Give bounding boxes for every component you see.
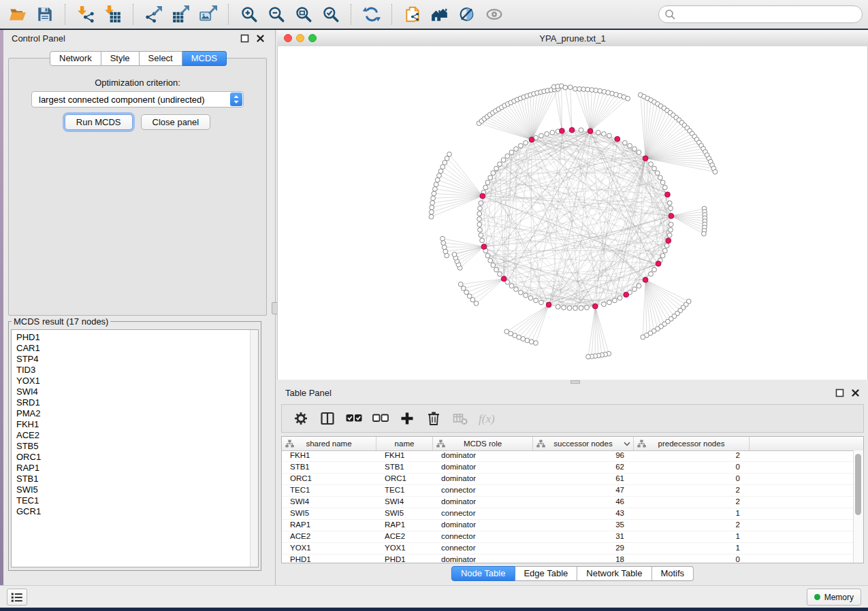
close-table-panel-button[interactable] [851, 389, 860, 397]
task-history-button[interactable] [7, 589, 27, 606]
table-row[interactable]: SWI5SWI5connector431 [282, 508, 854, 520]
mcds-result-item[interactable]: SWI5 [16, 484, 258, 495]
tab-motifs[interactable]: Motifs [652, 566, 694, 581]
column-header-shared-name[interactable]: shared name [282, 437, 376, 450]
zoom-fit-button[interactable] [290, 2, 317, 27]
mcds-result-item[interactable]: YOX1 [16, 376, 258, 386]
refresh-layout-button[interactable] [358, 2, 385, 27]
column-header-predecessor-nodes[interactable]: predecessor nodes [634, 437, 750, 450]
mcds-hub-node[interactable] [643, 156, 648, 161]
mcds-result-item[interactable]: GCR1 [16, 506, 258, 517]
mcds-result-item[interactable]: TID3 [16, 365, 258, 376]
table-row[interactable]: STB1STB1dominator620 [282, 462, 854, 474]
open-session-button[interactable] [4, 2, 31, 27]
mcds-hub-node[interactable] [529, 137, 534, 142]
column-header-mcds-role[interactable]: MCDS role [433, 437, 533, 450]
table-scrollbar-thumb[interactable] [855, 454, 861, 515]
network-nodes[interactable] [429, 84, 718, 359]
save-session-button[interactable] [31, 2, 59, 27]
mcds-hub-node[interactable] [481, 244, 487, 250]
mcds-result-item[interactable]: SRD1 [16, 397, 258, 408]
mcds-hub-node[interactable] [501, 276, 507, 282]
mcds-result-item[interactable]: ACE2 [16, 430, 258, 441]
table-row[interactable]: ACE2ACE2connector311 [282, 531, 854, 543]
tab-select[interactable]: Select [140, 51, 182, 66]
nested-networks-button[interactable] [426, 2, 453, 27]
table-row[interactable]: TEC1TEC1connector472 [282, 485, 854, 497]
mcds-result-item[interactable]: FKH1 [16, 419, 258, 430]
table-row[interactable]: FKH1FKH1dominator962 [282, 450, 854, 462]
close-panel-button[interactable]: Close panel [141, 114, 211, 130]
deselect-all-rows-button[interactable] [370, 407, 391, 430]
table-scrollbar[interactable] [853, 450, 863, 563]
tab-network[interactable]: Network [50, 51, 101, 66]
table-row[interactable]: RAP1RAP1dominator352 [282, 520, 854, 531]
mcds-hub-node[interactable] [656, 261, 661, 267]
table-row[interactable]: SWI4SWI4dominator462 [282, 497, 854, 508]
sort-desc-icon[interactable] [624, 442, 630, 446]
import-table-button[interactable] [99, 2, 127, 27]
search-input[interactable] [679, 7, 859, 23]
table-row[interactable]: PHD1PHD1dominator180 [282, 555, 854, 563]
mcds-hub-node[interactable] [569, 127, 575, 133]
delete-column-button[interactable] [423, 407, 445, 430]
mcds-result-item[interactable]: STP4 [16, 354, 258, 365]
tab-network-table[interactable]: Network Table [577, 566, 652, 581]
export-table-button[interactable] [167, 2, 195, 27]
double-house-icon [431, 5, 449, 23]
table-settings-button[interactable] [290, 407, 312, 430]
mcds-result-item[interactable]: CAR1 [16, 343, 258, 354]
memory-button-label: Memory [824, 593, 854, 602]
mcds-hub-node[interactable] [624, 292, 629, 297]
mcds-result-item[interactable]: STB1 [16, 474, 258, 484]
graphics-details-button[interactable] [453, 2, 481, 27]
tab-edge-table[interactable]: Edge Table [515, 566, 577, 581]
column-visibility-button[interactable] [317, 407, 338, 430]
table-row[interactable]: ORC1ORC1dominator610 [282, 474, 854, 485]
memory-button[interactable]: Memory [807, 589, 861, 606]
mcds-result-item[interactable]: STB5 [16, 441, 258, 452]
import-network-button[interactable] [72, 2, 99, 27]
mcds-hub-node[interactable] [669, 214, 674, 219]
mcds-hub-node[interactable] [546, 302, 551, 308]
mcds-hub-node[interactable] [615, 136, 620, 142]
export-network-button[interactable] [140, 2, 167, 27]
add-column-button[interactable] [396, 407, 418, 430]
horizontal-splitter-handle[interactable] [570, 380, 580, 384]
float-table-panel-button[interactable] [835, 389, 844, 397]
show-hide-button[interactable] [481, 2, 508, 27]
run-mcds-button[interactable]: Run MCDS [65, 114, 133, 130]
mcds-hub-node[interactable] [588, 129, 593, 134]
mcds-result-list[interactable]: PHD1CAR1STP4TID3YOX1SWI4SRD1PMA2FKH1ACE2… [11, 329, 259, 567]
tab-style[interactable]: Style [101, 51, 140, 66]
tab-node-table[interactable]: Node Table [451, 566, 515, 581]
mcds-result-item[interactable]: SWI4 [16, 386, 258, 397]
mcds-hub-node[interactable] [592, 303, 598, 309]
mcds-hub-node[interactable] [643, 277, 648, 282]
column-header-label: predecessor nodes [658, 440, 725, 448]
column-header-successor-nodes[interactable]: successor nodes [533, 437, 634, 450]
column-header-name[interactable]: name [376, 437, 433, 450]
optimization-criterion-select[interactable]: largest connected component (undirected) [31, 91, 244, 108]
mcds-hub-node[interactable] [666, 238, 671, 244]
zoom-selected-button[interactable] [317, 2, 344, 27]
mcds-result-scrollbar[interactable] [250, 330, 258, 567]
mcds-result-item[interactable]: RAP1 [16, 463, 258, 474]
mcds-hub-node[interactable] [560, 128, 565, 133]
table-row[interactable]: YOX1YOX1connector291 [282, 543, 854, 555]
mcds-result-item[interactable]: PHD1 [16, 332, 258, 343]
tab-mcds[interactable]: MCDS [182, 51, 227, 66]
export-image-button[interactable] [195, 2, 222, 27]
mcds-result-item[interactable]: TEC1 [16, 495, 258, 506]
network-canvas[interactable] [277, 46, 868, 380]
mcds-result-item[interactable]: ORC1 [16, 452, 258, 463]
mcds-hub-node[interactable] [665, 192, 671, 197]
zoom-out-button[interactable] [263, 2, 290, 27]
select-all-rows-button[interactable] [343, 407, 365, 430]
mcds-result-item[interactable]: PMA2 [16, 408, 258, 419]
mcds-hub-node[interactable] [480, 193, 485, 199]
float-panel-button[interactable] [240, 34, 249, 43]
new-network-from-selection-button[interactable] [399, 2, 426, 27]
close-panel-icon-button[interactable] [256, 34, 265, 43]
zoom-in-button[interactable] [236, 2, 263, 27]
